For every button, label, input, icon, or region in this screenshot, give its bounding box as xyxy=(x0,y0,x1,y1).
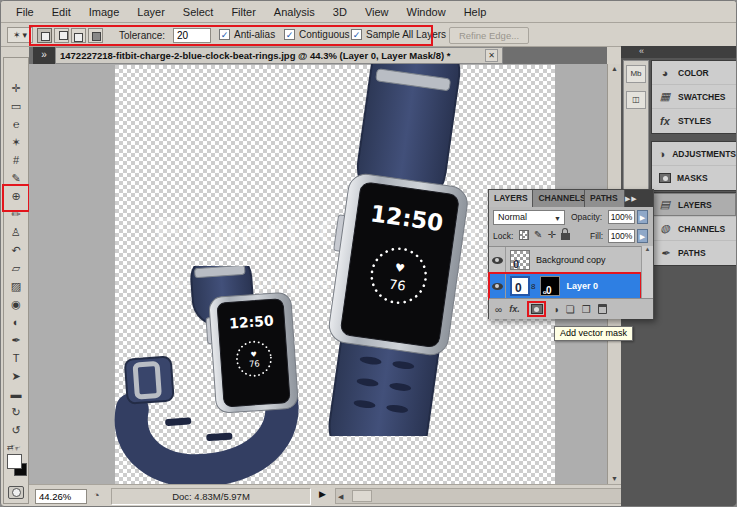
menu-edit[interactable]: Edit xyxy=(43,3,80,21)
layer-thumbnail[interactable]: 0 xyxy=(510,250,530,270)
refine-edge-button[interactable]: Refine Edge... xyxy=(449,27,529,44)
fitbit-watch-small[interactable]: 12:50 ♥ 76 xyxy=(106,266,311,484)
tool-path-selection[interactable]: ➤ xyxy=(6,368,26,385)
menu-help[interactable]: Help xyxy=(455,3,496,21)
chevron-down-icon: ▾ xyxy=(23,30,28,40)
horizontal-scrollbar[interactable]: ◀ ▶ xyxy=(335,488,631,504)
tool-blur[interactable]: ◉ xyxy=(6,296,26,313)
quick-mask-button[interactable] xyxy=(8,486,24,499)
tool-clone-stamp[interactable]: ♙ xyxy=(6,224,26,241)
scroll-down-icon[interactable]: ▼ xyxy=(608,475,621,482)
opacity-value[interactable]: 100% xyxy=(608,210,635,224)
tool-3d-rotate[interactable]: ↻ xyxy=(6,404,26,421)
tool-hand2 xyxy=(6,425,26,442)
document-tab-bar: » 1472227218-fitbit-charge-2-blue-clock-… xyxy=(29,47,607,64)
swap-colors-icon[interactable]: ⇄ xyxy=(7,443,14,452)
link-layers-button[interactable]: ∞ xyxy=(495,304,502,315)
foreground-color-swatch[interactable] xyxy=(7,454,22,469)
tab-paths[interactable]: PATHS xyxy=(585,190,625,207)
annotation-magic-wand-red-box xyxy=(2,184,30,212)
new-group-button[interactable]: ❏ xyxy=(566,304,575,315)
panel-button-swatches[interactable]: ▦ SWATCHES xyxy=(652,85,736,109)
tool-eraser[interactable]: ▱ xyxy=(6,260,26,277)
close-icon[interactable]: ✕ xyxy=(485,49,498,62)
lock-paint-icon[interactable]: ✎ xyxy=(534,229,542,240)
panel-button-paths[interactable]: ✒ PATHS xyxy=(652,241,736,265)
status-options-arrow[interactable]: ▶ xyxy=(319,489,326,499)
tool-type[interactable]: T xyxy=(6,350,26,367)
menu-layer[interactable]: Layer xyxy=(128,3,174,21)
layer-row-layer-0[interactable]: 0 8 ₀0 Layer 0 xyxy=(489,273,641,299)
tab-channels[interactable]: CHANNELS xyxy=(533,190,585,207)
layer-name[interactable]: Layer 0 xyxy=(566,281,598,291)
channels-icon: ◍ xyxy=(658,222,672,235)
layer-name[interactable]: Background copy xyxy=(536,255,606,265)
swatches-label: SWATCHES xyxy=(678,92,726,102)
menu-bar: File Edit Image Layer Select Filter Anal… xyxy=(1,1,737,23)
add-vector-mask-button[interactable] xyxy=(531,304,543,314)
dock-collapse-header[interactable]: « xyxy=(621,46,737,58)
tool-rectangular-marquee[interactable]: ▭ xyxy=(6,98,26,115)
tab-overflow-button[interactable]: » xyxy=(33,47,55,64)
scroll-left-icon[interactable]: ◀ xyxy=(338,493,343,501)
menu-image[interactable]: Image xyxy=(80,3,129,21)
document-tab[interactable]: 1472227218-fitbit-charge-2-blue-clock-be… xyxy=(55,47,503,64)
lock-position-icon[interactable]: ✛ xyxy=(547,229,555,240)
zoom-level-input[interactable] xyxy=(35,489,87,504)
panel-menu-icon[interactable]: ▶▶ ▾≡ xyxy=(625,190,653,207)
fill-value[interactable]: 100% xyxy=(608,229,635,243)
mini-bridge-icon[interactable]: Mb xyxy=(626,65,646,83)
panel-button-layers[interactable]: ▤ LAYERS xyxy=(652,193,736,217)
new-adjustment-layer-button[interactable]: ◑ xyxy=(553,304,559,315)
lock-label: Lock: xyxy=(493,231,513,241)
photoshop-window: File Edit Image Layer Select Filter Anal… xyxy=(0,0,737,507)
scroll-up-icon[interactable]: ▲ xyxy=(608,65,621,72)
menu-analysis[interactable]: Analysis xyxy=(265,3,324,21)
menu-filter[interactable]: Filter xyxy=(222,3,264,21)
tool-move[interactable]: ✛ xyxy=(6,80,26,97)
delete-layer-button[interactable] xyxy=(598,304,607,314)
blend-mode-select[interactable]: Normal ▼ xyxy=(493,210,565,225)
layer-list: 0 Background copy 0 8 ₀0 Layer 0 xyxy=(489,246,653,298)
menu-select[interactable]: Select xyxy=(174,3,223,21)
menu-file[interactable]: File xyxy=(7,3,43,21)
panel-button-styles[interactable]: fx STYLES xyxy=(652,109,736,133)
dock-group-layers: ▤ LAYERS ◍ CHANNELS ✒ PATHS xyxy=(651,192,737,266)
tools-panel: ✛ ▭ ℮ ✶ # ✎ ⊕ ✏ ♙ ↶ ▱ ▨ ◉ ◐ ✒ T ➤ ▬ ↻ ↺ … xyxy=(3,57,29,504)
layer-row-background-copy[interactable]: 0 Background copy xyxy=(489,247,641,273)
tab-layers[interactable]: LAYERS xyxy=(489,190,533,207)
clone-source-icon[interactable]: ◫ xyxy=(626,91,646,109)
masks-icon xyxy=(659,173,671,183)
menu-3d[interactable]: 3D xyxy=(324,3,356,21)
menu-window[interactable]: Window xyxy=(398,3,455,21)
layers-label: LAYERS xyxy=(678,200,712,210)
layer-thumbnail[interactable]: 0 xyxy=(510,276,530,296)
tool-crop[interactable]: # xyxy=(6,152,26,169)
layer-style-button[interactable]: fx. xyxy=(509,304,520,314)
tool-rectangle-shape[interactable]: ▬ xyxy=(6,386,26,403)
menu-view[interactable]: View xyxy=(356,3,398,21)
lock-all-icon[interactable] xyxy=(561,233,570,240)
panel-button-channels[interactable]: ◍ CHANNELS xyxy=(652,217,736,241)
tool-dodge[interactable]: ◐ xyxy=(6,314,26,331)
scrollbar-thumb[interactable] xyxy=(352,490,372,502)
opacity-spinner[interactable]: ▶ xyxy=(637,210,648,224)
layer-list-scrollbar[interactable]: ▲ xyxy=(641,246,653,298)
panel-button-masks[interactable]: MASKS xyxy=(652,166,736,190)
panel-button-adjustments[interactable]: ◑ ADJUSTMENTS xyxy=(652,142,736,166)
tool-lasso[interactable]: ℮ xyxy=(6,116,26,133)
visibility-eye-icon[interactable] xyxy=(492,283,503,290)
tool-history-brush[interactable]: ↶ xyxy=(6,242,26,259)
lock-transparency-icon[interactable] xyxy=(519,230,529,240)
tool-pen[interactable]: ✒ xyxy=(6,332,26,349)
layer-mask-thumbnail[interactable]: ₀0 xyxy=(540,276,560,296)
tool-magic-wand[interactable]: ✶ xyxy=(6,134,26,151)
fill-label: Fill: xyxy=(590,231,603,241)
scroll-up-icon[interactable]: ▲ xyxy=(645,246,651,252)
mask-link-icon[interactable]: 8 xyxy=(531,282,535,291)
tool-gradient[interactable]: ▨ xyxy=(6,278,26,295)
fill-spinner[interactable]: ▶ xyxy=(637,229,648,243)
new-layer-button[interactable]: ❐ xyxy=(582,304,591,315)
visibility-eye-icon[interactable] xyxy=(492,257,503,264)
panel-button-color[interactable]: ◕ COLOR xyxy=(652,61,736,85)
